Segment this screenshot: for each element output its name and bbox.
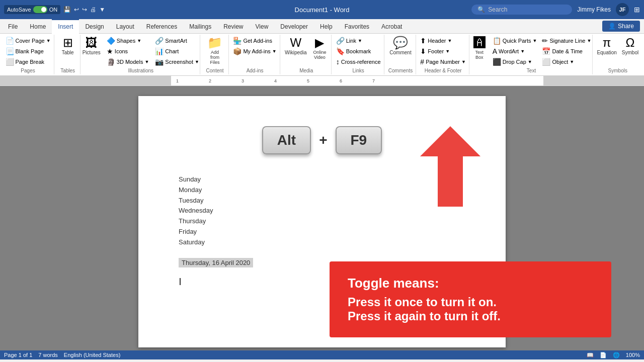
document-page[interactable]: Alt + F9 Sunday Monday Tuesday Wednesday… — [138, 96, 506, 347]
language: English (United States) — [64, 352, 121, 358]
plus-sign: + — [319, 132, 327, 148]
content-items: 📁 Add fromFiles — [204, 36, 225, 67]
text-box-icon: 🅰 — [473, 37, 486, 49]
undo-icon[interactable]: ↩ — [74, 6, 79, 13]
ribbon-group-comments: 💬 Comment Comments — [385, 35, 416, 74]
comments-items: 💬 Comment — [387, 36, 413, 67]
links-items: 🔗 Link ▼ 🔖 Bookmark ↕ Cross-reference — [334, 36, 383, 67]
symbols-items: π Equation Ω Symbol — [595, 36, 640, 67]
tab-references[interactable]: References — [140, 19, 183, 33]
tables-items: ⊞ Table — [58, 36, 78, 67]
view-web-icon[interactable]: 🌐 — [613, 352, 620, 358]
table-label: Table — [62, 50, 74, 55]
add-from-files-label: Add fromFiles — [206, 50, 223, 65]
pictures-button[interactable]: 🖼 Pictures — [80, 36, 103, 56]
tab-insert[interactable]: Insert — [52, 19, 79, 34]
get-addins-button[interactable]: 🏪 Get Add-ins — [231, 36, 278, 46]
object-button[interactable]: ⬜ Object ▼ — [540, 57, 593, 67]
text-box-button[interactable]: 🅰 TextBox — [469, 36, 490, 61]
tab-acrobat[interactable]: Acrobat — [375, 19, 408, 33]
signature-line-button[interactable]: ✏ Signature Line ▼ — [540, 36, 593, 46]
link-button[interactable]: 🔗 Link ▼ — [334, 36, 383, 46]
autosave-badge[interactable]: AutoSave ON — [4, 5, 60, 14]
3d-models-button[interactable]: 🗿 3D Models ▼ — [105, 57, 151, 67]
ribbon-group-text: 🅰 TextBox 📋 Quick Parts ▼ A WordArt ▼ — [470, 35, 592, 74]
smartart-button[interactable]: 🔗 SmartArt — [153, 36, 201, 46]
red-arrow-svg — [420, 126, 480, 207]
page-break-button[interactable]: ⬜ Page Break — [4, 57, 53, 67]
shapes-button[interactable]: 🔷 Shapes ▼ — [105, 36, 151, 46]
svg-marker-0 — [420, 126, 480, 207]
save-icon[interactable]: 💾 — [63, 6, 71, 13]
layout-icon[interactable]: ⊞ — [634, 6, 640, 14]
add-from-files-button[interactable]: 📁 Add fromFiles — [204, 36, 225, 66]
ribbon-group-addins: 🏪 Get Add-ins 📦 My Add-ins ▼ Add-ins — [230, 35, 281, 74]
text-sub: 📋 Quick Parts ▼ A WordArt ▼ ⬛ Drop Cap ▼ — [491, 36, 539, 67]
addins-items: 🏪 Get Add-ins 📦 My Add-ins ▼ — [231, 36, 278, 67]
wordart-button[interactable]: A WordArt ▼ — [491, 46, 539, 56]
tab-home[interactable]: Home — [24, 19, 52, 33]
wikipedia-button[interactable]: W Wikipedia — [283, 36, 308, 56]
symbols-label: Symbols — [608, 67, 627, 73]
share-button[interactable]: 👤 Share — [602, 21, 640, 32]
zoom-level[interactable]: 100% — [626, 352, 640, 358]
quick-parts-icon: 📋 — [493, 37, 501, 45]
comment-button[interactable]: 💬 Comment — [387, 36, 413, 56]
symbol-icon: Ω — [626, 37, 635, 49]
bookmark-button[interactable]: 🔖 Bookmark — [334, 46, 383, 56]
date-time-button[interactable]: 📅 Date & Time — [540, 46, 593, 56]
header-button[interactable]: ⬆ Header ▼ — [418, 36, 468, 46]
ruler-main: 1 2 3 4 5 6 7 — [171, 76, 543, 86]
online-video-button[interactable]: ▶ OnlineVideo — [309, 36, 330, 61]
cursor-line — [179, 278, 181, 285]
tab-layout[interactable]: Layout — [110, 19, 140, 33]
user-avatar[interactable]: JF — [616, 3, 629, 16]
tab-file[interactable]: File — [2, 19, 24, 33]
my-addins-button[interactable]: 📦 My Add-ins ▼ — [231, 46, 278, 56]
search-icon: 🔍 — [477, 6, 485, 13]
print-icon[interactable]: 🖨 — [90, 6, 96, 13]
view-layout-icon[interactable]: 📄 — [600, 352, 607, 358]
day-saturday: Saturday — [179, 237, 465, 248]
tab-review[interactable]: Review — [217, 19, 249, 33]
equation-button[interactable]: π Equation — [595, 36, 618, 56]
object-icon: ⬜ — [542, 58, 550, 66]
icons-button[interactable]: ★ Icons — [105, 46, 151, 56]
document-area: Alt + F9 Sunday Monday Tuesday Wednesday… — [0, 86, 644, 350]
footer-button[interactable]: ⬇ Footer ▼ — [418, 46, 468, 56]
cross-reference-button[interactable]: ↕ Cross-reference — [334, 57, 383, 67]
blank-page-button[interactable]: 📃 Blank Page — [4, 46, 53, 56]
autosave-toggle[interactable] — [33, 6, 47, 13]
tab-developer[interactable]: Developer — [274, 19, 314, 33]
page-break-label: Page Break — [16, 59, 44, 65]
illustrations-sub: 🔷 Shapes ▼ ★ Icons 🗿 3D Models ▼ — [105, 36, 151, 67]
screenshot-button[interactable]: 📷 Screenshot ▼ — [153, 57, 201, 67]
day-friday: Friday — [179, 227, 465, 237]
page-container[interactable]: Alt + F9 Sunday Monday Tuesday Wednesday… — [0, 86, 644, 350]
tab-view[interactable]: View — [250, 19, 275, 33]
page-number-button[interactable]: # Page Number ▼ — [418, 57, 468, 67]
ribbon: File Home Insert Design Layout Reference… — [0, 19, 644, 76]
view-read-icon[interactable]: 📖 — [587, 352, 594, 358]
symbol-button[interactable]: Ω Symbol — [620, 36, 640, 56]
quick-parts-button[interactable]: 📋 Quick Parts ▼ — [491, 36, 539, 46]
tab-design[interactable]: Design — [79, 19, 110, 33]
addins-label: Add-ins — [247, 67, 264, 73]
tab-help[interactable]: Help — [314, 19, 339, 33]
text-items: 🅰 TextBox 📋 Quick Parts ▼ A WordArt ▼ — [469, 36, 594, 67]
cover-page-button[interactable]: 📄 Cover Page ▼ — [4, 36, 53, 46]
text-cursor — [180, 278, 181, 285]
get-addins-icon: 🏪 — [233, 37, 242, 45]
table-button[interactable]: ⊞ Table — [58, 36, 78, 56]
content-label: Content — [206, 67, 224, 73]
tab-mailings[interactable]: Mailings — [183, 19, 217, 33]
ruler-left-margin — [0, 76, 171, 86]
tab-favorites[interactable]: Favorites — [339, 19, 375, 33]
text-box-label: TextBox — [475, 50, 484, 60]
ribbon-tabs: File Home Insert Design Layout Reference… — [0, 19, 644, 34]
chart-button[interactable]: 📊 Chart — [153, 46, 201, 56]
drop-cap-button[interactable]: ⬛ Drop Cap ▼ — [491, 57, 539, 67]
redo-icon[interactable]: ↪ — [82, 6, 87, 13]
search-box[interactable]: 🔍 Search — [471, 5, 572, 15]
expand-icon[interactable]: ▼ — [99, 6, 105, 13]
